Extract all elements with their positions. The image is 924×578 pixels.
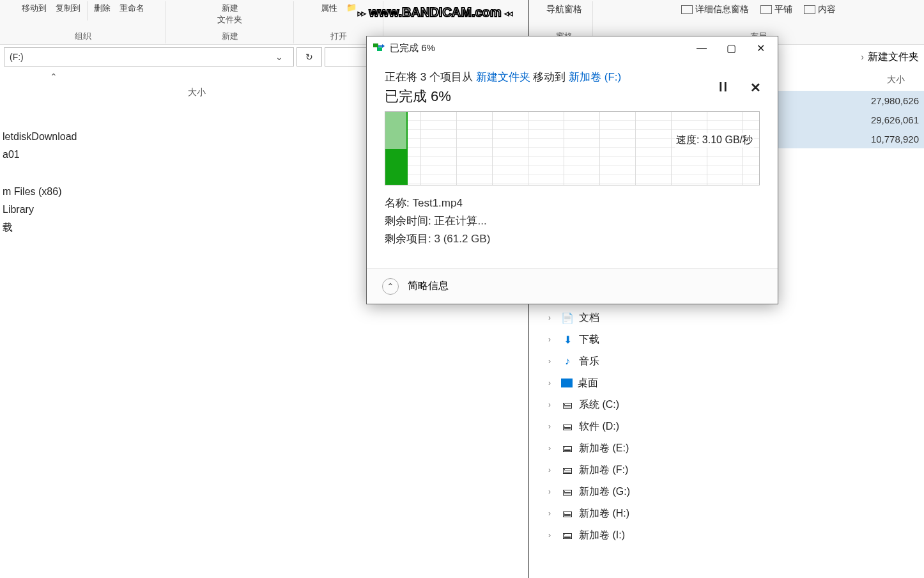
less-info-label[interactable]: 简略信息 [408, 279, 449, 293]
expand-icon[interactable]: › [548, 313, 556, 322]
chevron-up-icon: ⌃ [387, 281, 394, 292]
collapse-button[interactable]: ⌃ [382, 278, 399, 295]
delete-button[interactable]: 删除 [91, 1, 113, 20]
expand-icon[interactable]: › [548, 444, 556, 453]
move-to-button[interactable]: 移动到 [19, 1, 49, 20]
refresh-icon: ↻ [305, 52, 313, 62]
expand-icon[interactable]: › [548, 422, 556, 431]
ribbon-group-open: 打开 [330, 29, 347, 43]
details-pane-button[interactable]: 详细信息窗格 [677, 1, 753, 18]
music-icon: ♪ [561, 355, 574, 368]
dialog-title: 已完成 6% [390, 42, 435, 54]
speed-label: 速度: 3.10 GB/秒 [675, 133, 754, 148]
expand-icon[interactable]: › [548, 357, 556, 366]
transfer-description: 正在将 3 个项目从 新建文件夹 移动到 新加卷 (F:) [385, 70, 760, 84]
desktop-icon [561, 379, 573, 387]
time-value: 正在计算... [434, 215, 486, 227]
speed-chart: 速度: 3.10 GB/秒 [385, 111, 760, 185]
transfer-details: 名称: Test1.mp4 剩余时间: 正在计算... 剩余项目: 3 (61.… [385, 194, 760, 248]
expand-icon[interactable]: › [548, 509, 556, 518]
properties-button[interactable]: 属性 [318, 1, 340, 15]
column-size[interactable]: 大小 [181, 87, 212, 98]
folder-icon: 📁 [346, 3, 357, 12]
refresh-button[interactable]: ↻ [296, 47, 322, 66]
document-icon: 📄 [561, 311, 574, 324]
close-icon: ✕ [757, 42, 765, 54]
tiles-icon [760, 5, 772, 14]
dialog-titlebar[interactable]: 已完成 6% — ▢ ✕ [367, 36, 778, 59]
tree-item-documents[interactable]: ›📄文档 [535, 307, 676, 329]
pause-icon: ll [719, 80, 728, 94]
drive-label: (F:) [10, 52, 24, 62]
drive-icon: 🖴 [561, 464, 574, 476]
svg-rect-1 [377, 47, 382, 51]
history-button[interactable]: 📁 [344, 1, 359, 15]
minimize-icon: — [697, 42, 707, 54]
chart-progress-light [385, 112, 408, 149]
ribbon-group-new: 新建 [222, 29, 238, 43]
copy-to-button[interactable]: 复制到 [53, 1, 83, 20]
expand-icon[interactable]: › [548, 379, 556, 387]
details-pane-icon [681, 5, 693, 14]
expand-icon[interactable]: › [548, 487, 556, 496]
name-value: Test1.mp4 [412, 197, 462, 209]
name-label: 名称: [385, 197, 410, 209]
address-field[interactable]: (F:) ⌄ [4, 47, 294, 66]
content-icon [804, 5, 815, 14]
tree-item-music[interactable]: ›♪音乐 [535, 350, 676, 372]
download-icon: ⬇ [561, 333, 574, 346]
tree-item-downloads[interactable]: ›⬇下载 [535, 329, 676, 350]
minimize-button[interactable]: — [687, 38, 716, 58]
cancel-icon: ✕ [750, 81, 761, 95]
tiles-view-button[interactable]: 平铺 [757, 1, 796, 18]
drive-icon: 🖴 [561, 529, 574, 542]
maximize-button[interactable]: ▢ [716, 38, 746, 58]
drive-icon: 🖴 [561, 485, 574, 498]
content-view-button[interactable]: 内容 [800, 1, 840, 18]
new-folder-button[interactable]: 新建 文件夹 [215, 1, 245, 27]
column-size[interactable]: 大小 [881, 74, 911, 86]
drive-icon: 🖴 [561, 442, 574, 455]
progress-heading: 已完成 6% [385, 87, 760, 106]
pause-button[interactable]: ll [719, 80, 728, 95]
drive-icon: 🖴 [561, 420, 574, 433]
transfer-icon [373, 42, 385, 54]
tree-item-drive-h[interactable]: ›🖴新加卷 (H:) [535, 503, 676, 524]
tree-item-drive-e[interactable]: ›🖴新加卷 (E:) [535, 437, 676, 459]
tree-item-desktop[interactable]: ›桌面 [535, 372, 676, 394]
source-link[interactable]: 新建文件夹 [476, 71, 530, 83]
svg-rect-0 [373, 43, 378, 47]
chevron-down-icon[interactable]: ⌄ [270, 52, 288, 62]
time-label: 剩余时间: [385, 215, 431, 227]
items-value: 3 (61.2 GB) [434, 233, 490, 245]
tree-item-drive-d[interactable]: ›🖴软件 (D:) [535, 416, 676, 437]
chart-progress-dark [385, 149, 408, 185]
system-drive-icon: 🖴 [561, 398, 574, 411]
breadcrumb[interactable]: 新建文件夹 [868, 51, 919, 64]
expand-icon[interactable]: › [548, 400, 556, 409]
rename-button[interactable]: 重命名 [117, 1, 147, 20]
expand-icon[interactable]: › [548, 465, 556, 474]
tree-item-drive-i[interactable]: ›🖴新加卷 (I:) [535, 524, 676, 546]
tree-item-drive-g[interactable]: ›🖴新加卷 (G:) [535, 481, 676, 503]
dest-link[interactable]: 新加卷 (F:) [569, 71, 621, 83]
nav-tree: ›📄文档 ›⬇下载 ›♪音乐 ›桌面 ›🖴系统 (C:) ›🖴软件 (D:) ›… [535, 307, 676, 546]
tree-item-drive-f[interactable]: ›🖴新加卷 (F:) [535, 459, 676, 481]
maximize-icon: ▢ [727, 42, 736, 54]
ribbon-group-organize: 组织 [75, 29, 91, 43]
dialog-footer: ⌃ 简略信息 [367, 268, 778, 304]
tree-item-drive-c[interactable]: ›🖴系统 (C:) [535, 394, 676, 416]
drive-icon: 🖴 [561, 507, 574, 520]
expand-icon[interactable]: › [548, 531, 556, 540]
cancel-button[interactable]: ✕ [750, 80, 761, 95]
file-transfer-dialog: 已完成 6% — ▢ ✕ 正在将 3 个项目从 新建文件夹 移动到 新加卷 (F… [366, 36, 778, 304]
nav-pane-button[interactable]: 导航窗格 [543, 1, 586, 18]
items-label: 剩余项目: [385, 233, 431, 245]
expand-icon[interactable]: › [548, 335, 556, 344]
close-button[interactable]: ✕ [746, 38, 775, 58]
chevron-right-icon: › [861, 52, 864, 62]
